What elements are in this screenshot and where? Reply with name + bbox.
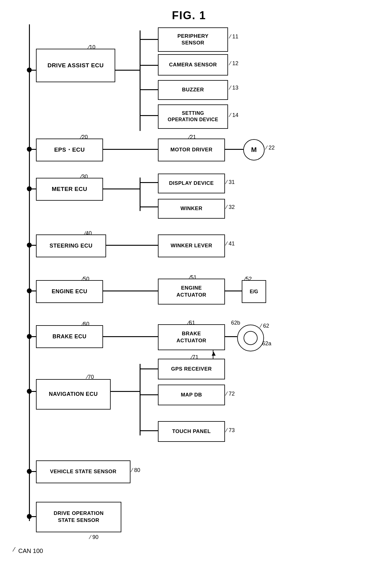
drive-assist-ecu-box: DRIVE ASSIST ECU <box>36 49 115 82</box>
eg-box: E/G <box>242 280 266 303</box>
brake-inner-circle <box>244 331 258 345</box>
bus-dot-2 <box>27 147 32 152</box>
hline-7 <box>31 391 36 392</box>
hline-4b <box>106 245 158 246</box>
ref-61: ∕61 <box>188 320 195 326</box>
camera-sensor-box: CAMERA SENSOR <box>158 54 228 76</box>
ref-21: ∕21 <box>189 134 196 140</box>
hline-1 <box>31 70 36 71</box>
ref-11: ∕ 11 <box>230 33 238 40</box>
antenna-stem <box>213 350 213 359</box>
drive-op-sensor-box: DRIVE OPERATIONSTATE SENSOR <box>36 502 121 532</box>
brake-ecu-box: BRAKE ECU <box>36 325 103 348</box>
brake-actuator-box: BRAKEACTUATOR <box>158 324 225 350</box>
hline-14 <box>140 115 158 116</box>
hline-5b <box>103 290 158 291</box>
gps-antenna-icon: ▲ <box>210 350 217 357</box>
bus-dot-7 <box>27 389 32 394</box>
ref-31: ∕ 31 <box>226 179 235 185</box>
meter-ecu-box: METER ECU <box>36 178 103 201</box>
hline-31 <box>140 182 158 183</box>
ref-70: ∕70 <box>87 374 94 380</box>
ref-32: ∕ 32 <box>226 204 235 210</box>
can-label: CAN 100 <box>18 548 43 555</box>
map-db-box: MAP DB <box>158 385 225 405</box>
hline-eg <box>225 290 242 291</box>
ref-20: ∕20 <box>81 134 88 140</box>
steering-ecu-box: STEERING ECU <box>36 234 106 257</box>
bus-dot-1 <box>27 68 32 72</box>
hline-11 <box>140 39 158 40</box>
engine-ecu-box: ENGINE ECU <box>36 280 103 303</box>
setting-op-device-box: SETTINGOPERATION DEVICE <box>158 104 228 129</box>
hline-8 <box>31 471 36 472</box>
motor-circle: M <box>243 139 265 160</box>
diagram-container: FIG. 1 DRIVE ASSIST ECU ∕10 PERIPHERYSEN… <box>0 0 378 588</box>
ref-72: ∕ 72 <box>226 391 235 397</box>
can-bus-line <box>29 24 30 521</box>
bus-dot-6 <box>27 334 32 339</box>
motor-driver-box: MOTOR DRIVER <box>158 139 225 161</box>
ref-51: ∕51 <box>190 274 197 281</box>
hline-71 <box>140 368 158 369</box>
ref-41: ∕ 41 <box>226 241 235 247</box>
ref-90: ∕ 90 <box>90 534 98 540</box>
bus-dot-4 <box>27 243 32 248</box>
hline-2b <box>103 149 158 150</box>
hline-3b <box>103 188 140 189</box>
vehicle-state-sensor-box: VEHICLE STATE SENSOR <box>36 460 130 483</box>
ref-52: ∕52 <box>245 276 252 282</box>
hline-6b <box>103 336 158 337</box>
hline-32 <box>140 206 158 207</box>
bus-dot-3 <box>27 186 32 191</box>
periphery-sensor-box: PERIPHERYSENSOR <box>158 27 228 52</box>
hline-5 <box>31 290 36 291</box>
ref-71: ∕71 <box>191 354 198 361</box>
gps-receiver-box: GPS RECEIVER <box>158 359 225 379</box>
bus-dot-5 <box>27 288 32 293</box>
buzzer-box: BUZZER <box>158 80 228 100</box>
hline-6 <box>31 336 36 337</box>
ref-22: ∕ 22 <box>266 145 275 151</box>
winker-lever-box: WINKER LEVER <box>158 234 225 257</box>
ref-10: ∕10 <box>88 44 95 51</box>
hline-7b <box>111 391 140 392</box>
touch-panel-box: TOUCH PANEL <box>158 421 225 442</box>
engine-actuator-box: ENGINEACTUATOR <box>158 279 225 305</box>
hline-brake-sym <box>225 336 237 337</box>
ref-62b: 62b <box>231 320 240 326</box>
ref-40: ∕40 <box>85 230 92 237</box>
ref-62a: 62a <box>262 340 271 347</box>
ref-14: ∕ 14 <box>230 112 238 118</box>
bus-dot-9 <box>27 514 32 519</box>
hline-2 <box>31 149 36 150</box>
hline-12 <box>140 65 158 66</box>
hline-3 <box>31 188 36 189</box>
hline-4 <box>31 245 36 246</box>
hline-72 <box>140 394 158 395</box>
ref-80: ∕ 80 <box>132 467 140 474</box>
figure-title: FIG. 1 <box>0 0 378 28</box>
can-tilde: ∕ <box>14 546 15 553</box>
ref-62: ∕ 62 <box>261 323 269 329</box>
navigation-ecu-box: NAVIGATION ECU <box>36 379 111 410</box>
ref-13: ∕ 13 <box>230 85 238 91</box>
hline-73 <box>140 430 158 431</box>
ref-60: ∕60 <box>82 321 89 327</box>
hline-13 <box>140 89 158 90</box>
eps-ecu-box: EPS・ECU <box>36 139 103 161</box>
ref-50: ∕50 <box>82 276 89 282</box>
hline-1b <box>115 70 140 71</box>
winker-box: WINKER <box>158 199 225 219</box>
hline-9 <box>31 516 36 517</box>
ref-73: ∕ 73 <box>226 427 235 434</box>
vline-7b <box>140 425 141 432</box>
display-device-box: DISPLAY DEVICE <box>158 174 225 193</box>
ref-12: ∕ 12 <box>230 60 238 67</box>
ref-30: ∕30 <box>81 174 88 180</box>
bus-dot-8 <box>27 469 32 474</box>
hline-motor <box>225 149 243 150</box>
